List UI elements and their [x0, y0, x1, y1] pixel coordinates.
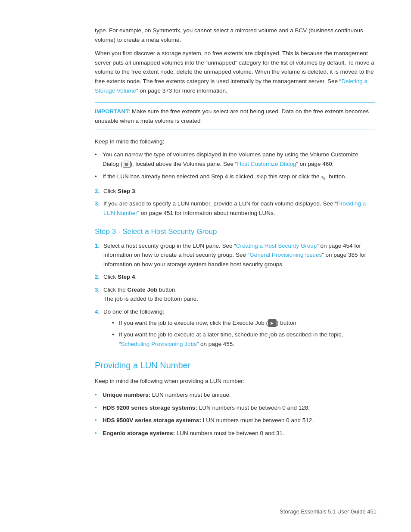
page-footer: Storage Essentials 5.1 User Guide 451 — [280, 508, 377, 515]
bullet-item-2: If the LUN has already been selected and… — [95, 172, 375, 181]
scheduling-provisioning-jobs-link[interactable]: Scheduling Provisioning Jobs — [121, 341, 197, 347]
lun-bullet-hds9200: HDS 9200 series storage systems: LUN num… — [95, 403, 375, 413]
lun-bullet-hds9500v: HDS 9500V series storage systems: LUN nu… — [95, 416, 375, 425]
sub-bullet-schedule: If you want the job to execute at a late… — [112, 330, 375, 348]
keep-in-mind-intro: Keep in mind the following: — [95, 137, 375, 146]
host-customize-dialog-link[interactable]: Host Customize Dialog — [237, 161, 296, 167]
content-body: type. For example, on Symmetrix, you can… — [95, 26, 375, 438]
step3-item-4: 4. Do one of the following: If you want … — [95, 307, 375, 348]
step3-list: 1. Select a host security group in the L… — [95, 241, 375, 349]
step-2: 2. Click Step 3. — [95, 187, 375, 196]
pencil-icon: ✎ — [321, 174, 327, 180]
step3-item-3: 3. Click the Create Job button. The job … — [95, 285, 375, 304]
providing-lun-number-link-1[interactable]: Providing a LUN Number — [103, 200, 366, 216]
step3-heading: Step 3 - Select a Host Security Group — [95, 227, 375, 236]
general-provisioning-issues-link[interactable]: General Provisioning Issues — [249, 252, 322, 258]
lun-bullets: Unique numbers: LUN numbers must be uniq… — [95, 390, 375, 438]
intro-numbered-steps: 2. Click Step 3. 3. If you are asked to … — [95, 187, 375, 218]
intro-bullets: You can narrow the type of volumes displ… — [95, 150, 375, 181]
step3-item-1: 1. Select a host security group in the L… — [95, 241, 375, 269]
important-label: IMPORTANT: — [95, 108, 130, 115]
intro-para-2: When you first discover a storage system… — [95, 49, 375, 95]
step-3-lun: 3. If you are asked to specify a LUN num… — [95, 199, 375, 218]
lun-intro: Keep in mind the following when providin… — [95, 376, 375, 386]
important-box: IMPORTANT: Make sure the free extents yo… — [95, 102, 375, 130]
step3-item-2: 2. Click Step 4. — [95, 272, 375, 282]
lun-heading: Providing a LUN Number — [95, 361, 375, 370]
page-footer-text: Storage Essentials 5.1 User Guide 451 — [280, 508, 377, 515]
important-text: IMPORTANT: Make sure the free extents yo… — [95, 107, 375, 125]
page-container: type. For example, on Symmetrix, you can… — [0, 0, 411, 532]
creating-host-security-group-link[interactable]: Creating a Host Security Group — [236, 243, 317, 249]
execute-job-icon: ▶ — [268, 319, 277, 327]
lun-bullet-unique: Unique numbers: LUN numbers must be uniq… — [95, 390, 375, 400]
bullet-item-1: You can narrow the type of volumes displ… — [95, 150, 375, 168]
lun-bullet-engenio: Engenio storage systems: LUN numbers mus… — [95, 429, 375, 438]
intro-para-1: type. For example, on Symmetrix, you can… — [95, 26, 375, 44]
customize-dialog-icon: ▦ — [123, 161, 131, 168]
sub-bullet-execute: If you want the job to execute now, clic… — [112, 318, 375, 328]
step3-sub-bullets: If you want the job to execute now, clic… — [103, 318, 375, 349]
